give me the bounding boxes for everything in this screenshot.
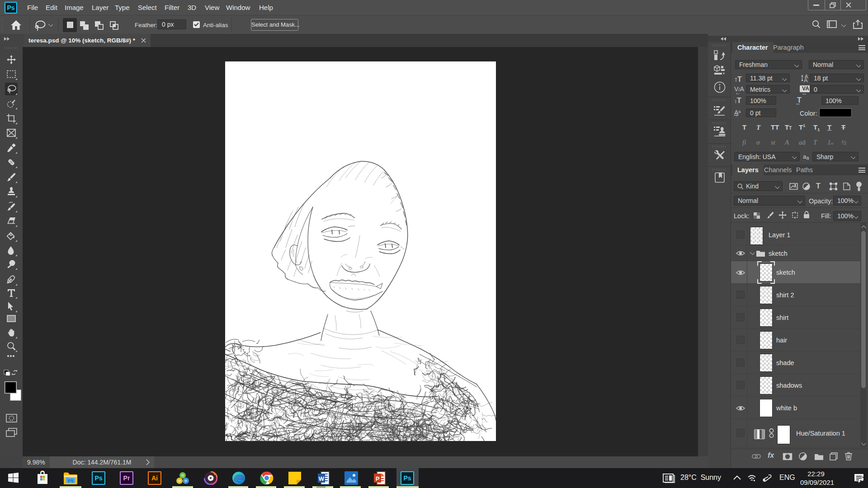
- svg-text:W: W: [319, 475, 325, 482]
- svg-text:P: P: [376, 475, 380, 482]
- svg-text:A: A: [804, 77, 808, 83]
